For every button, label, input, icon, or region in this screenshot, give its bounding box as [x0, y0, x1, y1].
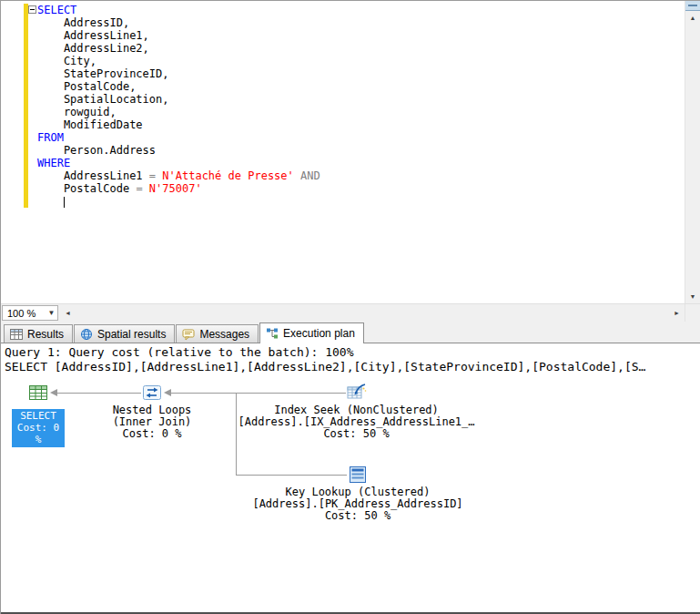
- scrollbar-corner: [685, 304, 700, 322]
- scroll-down-icon[interactable]: ▼: [685, 290, 700, 303]
- sql-token: =: [136, 182, 148, 195]
- sql-token: WHERE: [37, 157, 70, 169]
- key-lookup-icon: [348, 465, 368, 485]
- sql-token: SpatialLocation,: [37, 93, 169, 106]
- execution-plan-diagram: SELECT Cost: 0 % Nested Loops (Inner Joi…: [1, 377, 700, 606]
- tab-results[interactable]: Results: [4, 324, 73, 343]
- plan-node-cost: Cost: 0 %: [12, 422, 65, 445]
- tab-label: Messages: [199, 328, 249, 341]
- sql-token: PostalCode: [37, 182, 136, 195]
- plan-node-index-seek[interactable]: Index Seek (NonClustered) [Address].[IX_…: [236, 383, 477, 440]
- select-result-icon: [28, 383, 48, 403]
- status-divider: [1, 606, 700, 614]
- sql-token: [37, 195, 64, 208]
- tab-messages[interactable]: Messages: [176, 324, 259, 343]
- scroll-right-icon[interactable]: ►: [669, 304, 685, 322]
- query-statement-text: SELECT [AddressID],[AddressLine1],[Addre…: [5, 360, 700, 374]
- editor-lines[interactable]: SELECT AddressID, AddressLine1, AddressL…: [1, 1, 685, 303]
- plan-node-key-lookup[interactable]: Key Lookup (Clustered) [Address].[PK_Add…: [249, 465, 467, 522]
- results-tab-bar: Results Spatial results Messages: [1, 322, 700, 343]
- collapse-toggle-icon[interactable]: [28, 5, 36, 14]
- splitter-button[interactable]: [685, 1, 700, 11]
- globe-icon: [80, 328, 93, 341]
- tab-label: Spatial results: [97, 328, 166, 341]
- tab-execution-plan[interactable]: Execution plan: [259, 322, 364, 343]
- nested-loops-icon: [142, 383, 162, 403]
- sql-token: rowguid,: [37, 106, 117, 118]
- scroll-up-icon[interactable]: ▲: [685, 11, 700, 25]
- index-seek-icon: [347, 383, 367, 403]
- editor-vertical-scrollbar[interactable]: ▲ ▼: [685, 1, 700, 303]
- editor-line[interactable]: StateProvinceID,: [37, 67, 685, 80]
- editor-line[interactable]: AddressLine1,: [37, 29, 685, 42]
- ssms-query-window: SELECT AddressID, AddressLine1, AddressL…: [0, 0, 700, 614]
- editor-line[interactable]: FROM: [37, 131, 685, 144]
- sql-editor-pane: SELECT AddressID, AddressLine1, AddressL…: [1, 1, 700, 303]
- sql-token: =: [149, 169, 162, 182]
- scroll-left-icon[interactable]: ◄: [60, 304, 76, 322]
- plan-node-cost: Cost: 50 %: [236, 428, 477, 440]
- results-grid-icon: [10, 328, 23, 341]
- sql-token: AddressID,: [37, 16, 129, 29]
- plan-node-cost: Cost: 0 %: [101, 428, 203, 440]
- plan-node-cost: Cost: 50 %: [249, 510, 467, 522]
- editor-bottom-bar: 100 % ▼ ◄ ►: [1, 303, 700, 322]
- tab-spatial-results[interactable]: Spatial results: [74, 324, 175, 343]
- sql-token: City,: [37, 55, 96, 67]
- chevron-down-icon[interactable]: ▼: [46, 309, 57, 317]
- plan-node-select[interactable]: SELECT Cost: 0 %: [12, 383, 65, 447]
- sql-token: SELECT: [37, 4, 76, 16]
- query-cost-text: Query 1: Query cost (relative to the bat…: [5, 345, 700, 360]
- editor-line[interactable]: PostalCode,: [37, 80, 685, 93]
- editor-line[interactable]: PostalCode = N'75007': [37, 182, 685, 195]
- sql-token: AddressLine1,: [37, 29, 149, 42]
- sql-token: AND: [294, 169, 320, 182]
- editor-line[interactable]: ModifiedDate: [37, 118, 685, 131]
- plan-header: Query 1: Query cost (relative to the bat…: [1, 343, 700, 374]
- plan-node-title: SELECT: [12, 410, 65, 422]
- sql-token: PostalCode,: [37, 80, 136, 93]
- sql-token: AddressLine2,: [37, 42, 149, 55]
- sql-token: AddressLine1: [37, 169, 149, 182]
- sql-token: ModifiedDate: [37, 118, 143, 131]
- execution-plan-panel: Query 1: Query cost (relative to the bat…: [1, 343, 700, 606]
- zoom-value: 100 %: [7, 308, 36, 319]
- sql-token: N'Attaché de Presse': [162, 169, 294, 182]
- editor-line[interactable]: WHERE: [37, 157, 685, 169]
- selected-plan-node-label: SELECT Cost: 0 %: [12, 409, 65, 447]
- tab-label: Results: [27, 328, 64, 341]
- editor-line[interactable]: [37, 195, 685, 208]
- sql-token: StateProvinceID,: [37, 67, 169, 80]
- editor-line[interactable]: AddressLine1 = N'Attaché de Presse' AND: [37, 169, 685, 182]
- sql-token: Person.Address: [37, 144, 156, 157]
- editor-line[interactable]: AddressLine2,: [37, 42, 685, 55]
- editor-line[interactable]: City,: [37, 55, 685, 67]
- editor-line[interactable]: rowguid,: [37, 106, 685, 118]
- sql-token: N'75007': [149, 182, 202, 195]
- messages-icon: [182, 328, 195, 341]
- horizontal-scrollbar-track[interactable]: [76, 304, 669, 322]
- tab-label: Execution plan: [283, 327, 355, 340]
- editor-line[interactable]: Person.Address: [37, 144, 685, 157]
- plan-node-nested-loops[interactable]: Nested Loops (Inner Join) Cost: 0 %: [101, 383, 203, 440]
- sql-token: FROM: [37, 131, 64, 144]
- execution-plan-icon: [266, 327, 279, 340]
- editor-line[interactable]: SpatialLocation,: [37, 93, 685, 106]
- editor-line[interactable]: SELECT: [37, 4, 685, 16]
- text-cursor: [64, 197, 65, 208]
- zoom-selector[interactable]: 100 % ▼: [2, 305, 58, 321]
- editor-line[interactable]: AddressID,: [37, 16, 685, 29]
